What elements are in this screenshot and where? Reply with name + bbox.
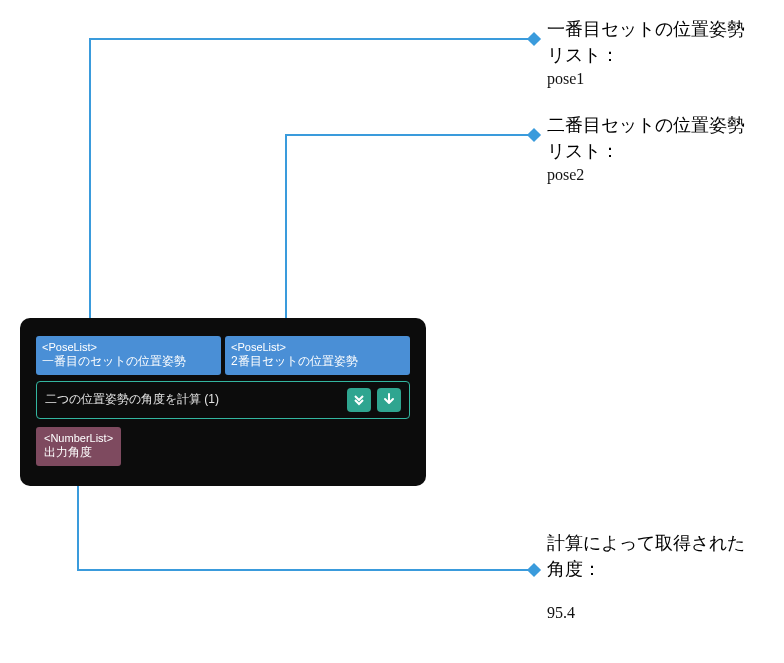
expand-button[interactable] (347, 388, 371, 412)
chevrons-down-icon (352, 393, 366, 407)
callout-input2: 二番目セットの位置姿勢リスト： pose2 (547, 112, 757, 184)
input-ports-row: <PoseList> 一番目のセットの位置姿勢 <PoseList> 2番目セッ… (36, 336, 410, 375)
callout-input1-title: 一番目セットの位置姿勢リスト： (547, 16, 757, 68)
diagram-canvas: <PoseList> 一番目のセットの位置姿勢 <PoseList> 2番目セッ… (0, 0, 784, 663)
callout-output-title: 計算によって取得された角度： (547, 530, 757, 582)
run-button[interactable] (377, 388, 401, 412)
node-title-buttons (347, 388, 401, 412)
input-port-2-type: <PoseList> (231, 340, 404, 354)
callout-input1-value: pose1 (547, 70, 757, 88)
callout-input1: 一番目セットの位置姿勢リスト： pose1 (547, 16, 757, 88)
input-port-2[interactable]: <PoseList> 2番目セットの位置姿勢 (225, 336, 410, 375)
arrow-down-icon (383, 393, 395, 407)
input-port-1-label: 一番目のセットの位置姿勢 (42, 354, 215, 370)
callout-input2-value: pose2 (547, 166, 757, 184)
input-port-2-label: 2番目セットの位置姿勢 (231, 354, 404, 370)
compute-angle-node[interactable]: <PoseList> 一番目のセットの位置姿勢 <PoseList> 2番目セッ… (20, 318, 426, 486)
callout-input2-title: 二番目セットの位置姿勢リスト： (547, 112, 757, 164)
node-title: 二つの位置姿勢の角度を計算 (1) (45, 391, 219, 408)
node-title-row: 二つの位置姿勢の角度を計算 (1) (36, 381, 410, 419)
callout-output-value: 95.4 (547, 604, 757, 622)
output-port-type: <NumberList> (44, 431, 113, 445)
output-port-label: 出力角度 (44, 445, 113, 461)
callout-output: 計算によって取得された角度： 95.4 (547, 530, 757, 622)
output-port[interactable]: <NumberList> 出力角度 (36, 427, 121, 466)
input-port-1[interactable]: <PoseList> 一番目のセットの位置姿勢 (36, 336, 221, 375)
input-port-1-type: <PoseList> (42, 340, 215, 354)
